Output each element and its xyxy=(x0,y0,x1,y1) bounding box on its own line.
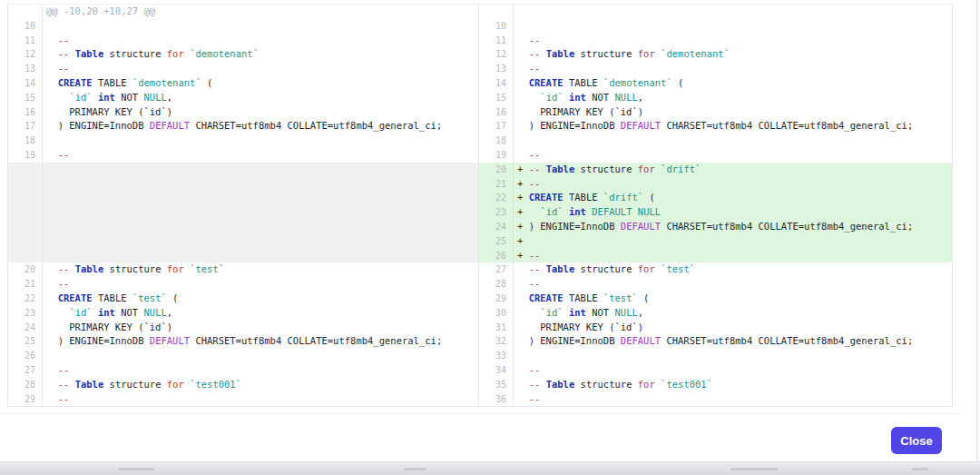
line-number: 28 xyxy=(479,277,514,292)
line-number: 32 xyxy=(479,334,514,349)
diff-line: 21+ -- xyxy=(479,177,952,192)
line-number: 19 xyxy=(8,148,43,163)
diff-line xyxy=(8,177,478,192)
diff-line-code: PRIMARY KEY (`id`) xyxy=(43,105,478,120)
diff-line-code: -- xyxy=(43,148,478,163)
diff-line-code: + ) ENGINE=InnoDB DEFAULT CHARSET=utf8mb… xyxy=(514,220,952,234)
diff-line: 31 PRIMARY KEY (`id`) xyxy=(479,321,952,335)
diff-line-code xyxy=(43,163,478,177)
diff-line-code: -- Table structure for `test` xyxy=(43,262,478,277)
diff-line: 25 ) ENGINE=InnoDB DEFAULT CHARSET=utf8m… xyxy=(8,334,478,349)
diff-line: 13 -- xyxy=(8,62,478,76)
diff-line xyxy=(8,191,478,205)
line-number xyxy=(8,163,43,177)
diff-line: 23 `id` int NOT NULL, xyxy=(8,306,478,321)
diff-line: 28 -- Table structure for `test001` xyxy=(8,378,478,392)
diff-line: 27 -- xyxy=(8,363,478,378)
diff-viewer: @@ -10,20 +10,27 @@10 11 --12 -- Table s… xyxy=(7,4,953,407)
line-number: 34 xyxy=(479,363,514,378)
diff-line: 20+ -- Table structure for `drift` xyxy=(479,163,952,177)
background-table-remnant xyxy=(404,468,426,470)
diff-line: 17 ) ENGINE=InnoDB DEFAULT CHARSET=utf8m… xyxy=(479,119,952,134)
diff-line-code: CREATE TABLE `test` ( xyxy=(43,292,478,306)
line-number xyxy=(8,249,43,263)
diff-line-code: -- Table structure for `demotenant` xyxy=(514,47,952,62)
diff-line-code: CREATE TABLE `demotenant` ( xyxy=(43,76,478,91)
line-number: 16 xyxy=(479,105,514,120)
background-table-remnant xyxy=(118,468,154,470)
diff-line-code xyxy=(43,220,478,234)
line-number: 12 xyxy=(8,47,43,62)
diff-line: 24 PRIMARY KEY (`id`) xyxy=(8,321,478,335)
diff-line: 29 CREATE TABLE `test` ( xyxy=(479,292,952,306)
diff-line-code: -- Table structure for `test001` xyxy=(514,378,952,392)
diff-line: 19 -- xyxy=(479,148,952,163)
line-number: 22 xyxy=(479,191,514,205)
diff-line-code xyxy=(514,19,952,34)
diff-line: 22+ CREATE TABLE `drift` ( xyxy=(479,191,952,205)
line-number: 28 xyxy=(8,378,43,392)
diff-line: 27 -- Table structure for `test` xyxy=(479,262,952,277)
diff-line: 22 CREATE TABLE `test` ( xyxy=(8,292,478,306)
diff-line: 33 xyxy=(479,349,952,363)
line-number: 23 xyxy=(8,306,43,321)
diff-line: 32 ) ENGINE=InnoDB DEFAULT CHARSET=utf8m… xyxy=(479,334,952,349)
line-number: 25 xyxy=(479,234,514,249)
diff-pane-new: 10 11 --12 -- Table structure for `demot… xyxy=(478,5,952,406)
line-number xyxy=(8,205,43,220)
hunk-header xyxy=(514,5,952,19)
diff-line-code: PRIMARY KEY (`id`) xyxy=(514,321,952,335)
line-number: 18 xyxy=(479,134,514,148)
diff-line-code xyxy=(43,134,478,148)
line-number: 17 xyxy=(479,119,514,134)
line-number xyxy=(8,177,43,192)
line-number: 11 xyxy=(8,34,43,48)
diff-line: 26+ -- xyxy=(479,249,952,263)
diff-line: 11 -- xyxy=(479,34,952,48)
line-number xyxy=(8,220,43,234)
background-table-remnant xyxy=(912,468,928,470)
diff-line: 24+ ) ENGINE=InnoDB DEFAULT CHARSET=utf8… xyxy=(479,220,952,234)
diff-line: 25+ xyxy=(479,234,952,249)
line-number: 15 xyxy=(479,91,514,105)
diff-line-code: ) ENGINE=InnoDB DEFAULT CHARSET=utf8mb4 … xyxy=(43,334,478,349)
diff-line: 14 CREATE TABLE `demotenant` ( xyxy=(479,76,952,91)
diff-line xyxy=(479,5,952,19)
diff-line-code: CREATE TABLE `test` ( xyxy=(514,292,952,306)
diff-line: 35 -- Table structure for `test001` xyxy=(479,378,952,392)
diff-line-code xyxy=(43,249,478,263)
diff-line-code: `id` int NOT NULL, xyxy=(43,91,478,105)
diff-line: 13 -- xyxy=(479,62,952,76)
diff-line-code: + -- xyxy=(514,249,952,263)
modal-footer: Close xyxy=(0,414,980,461)
diff-line-code: ) ENGINE=InnoDB DEFAULT CHARSET=utf8mb4 … xyxy=(43,119,478,134)
line-number: 24 xyxy=(8,321,43,335)
diff-line: 15 `id` int NOT NULL, xyxy=(479,91,952,105)
line-number xyxy=(8,5,43,19)
diff-pane-old: @@ -10,20 +10,27 @@10 11 --12 -- Table s… xyxy=(8,5,478,406)
diff-line-code: + -- Table structure for `drift` xyxy=(514,163,952,177)
line-number: 12 xyxy=(479,47,514,62)
line-number: 10 xyxy=(8,19,43,34)
diff-line-code: CREATE TABLE `demotenant` ( xyxy=(514,76,952,91)
diff-line: 16 PRIMARY KEY (`id`) xyxy=(8,105,478,120)
line-number: 30 xyxy=(479,306,514,321)
diff-line: 12 -- Table structure for `demotenant` xyxy=(479,47,952,62)
diff-line-code: PRIMARY KEY (`id`) xyxy=(43,321,478,335)
diff-line-code: + CREATE TABLE `drift` ( xyxy=(514,191,952,205)
line-number xyxy=(8,234,43,249)
diff-line: 18 xyxy=(479,134,952,148)
diff-line-code xyxy=(514,349,952,363)
diff-line: 36 -- xyxy=(479,392,952,407)
diff-line: 26 xyxy=(8,349,478,363)
line-number: 36 xyxy=(479,392,514,407)
line-number: 31 xyxy=(479,321,514,335)
scrollbar-track xyxy=(976,0,978,461)
diff-line: 23+ `id` int DEFAULT NULL xyxy=(479,205,952,220)
diff-line-code: + xyxy=(514,234,952,249)
diff-line-code: -- xyxy=(514,148,952,163)
line-number: 27 xyxy=(8,363,43,378)
line-number: 14 xyxy=(8,76,43,91)
diff-line: 15 `id` int NOT NULL, xyxy=(8,91,478,105)
close-button[interactable]: Close xyxy=(891,427,942,454)
